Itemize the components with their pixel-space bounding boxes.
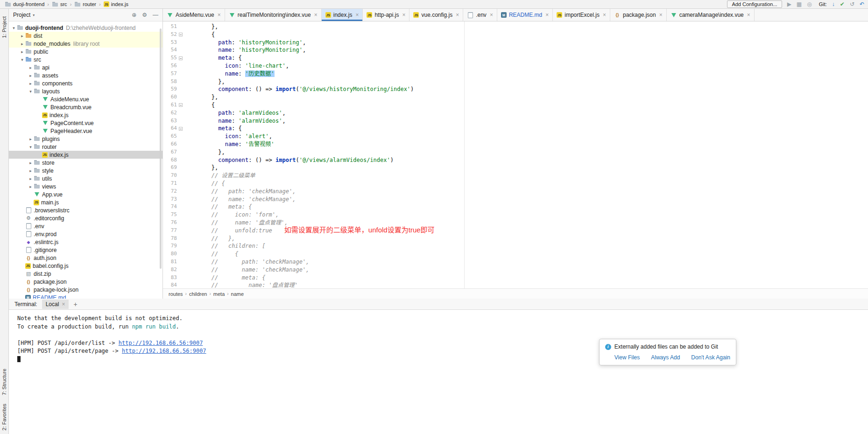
tree-item-gitignore[interactable]: .gitignore xyxy=(9,246,162,254)
tree-item-eslintrc-js[interactable]: ◆.eslintrc.js xyxy=(9,238,162,246)
tree-item-plugins[interactable]: ▸plugins xyxy=(9,135,162,143)
add-configuration-button[interactable]: Add Configuration... xyxy=(727,0,782,8)
tree-item-editorconfig[interactable]: ⚙.editorconfig xyxy=(9,214,162,222)
tree-item-pageheader-vue[interactable]: PageHeader.vue xyxy=(9,127,162,135)
close-icon[interactable]: × xyxy=(747,12,750,18)
stripe-project-button[interactable]: 1: Project xyxy=(1,16,7,38)
tree-item-style[interactable]: ▸style xyxy=(9,167,162,175)
tree-item-babel-config-js[interactable]: JSbabel.config.js xyxy=(9,262,162,270)
tree-item-node-modules[interactable]: ▸node_moduleslibrary root xyxy=(9,40,162,48)
close-icon[interactable]: × xyxy=(545,12,549,18)
terminal-link[interactable]: http://192.168.66.56:9007 xyxy=(119,340,203,346)
tree-item-utils[interactable]: ▸utils xyxy=(9,175,162,182)
tree-item-views[interactable]: ▸views xyxy=(9,182,162,190)
fold-marker[interactable] xyxy=(179,127,183,131)
json-icon: {} xyxy=(614,12,621,18)
terminal-tab-local[interactable]: Local × xyxy=(42,300,69,309)
tree-item-package-lock-json[interactable]: {}package-lock.json xyxy=(9,286,162,294)
notification-action-don-t-ask-again[interactable]: Don't Ask Again xyxy=(691,354,730,361)
code-breadcrumb-children[interactable]: children xyxy=(189,291,207,297)
chevron-right-icon: ▸ xyxy=(28,184,34,189)
tree-item-router[interactable]: ▾router xyxy=(9,143,162,151)
tree-item-assets[interactable]: ▸assets xyxy=(9,71,162,79)
project-tree-scrollbar[interactable] xyxy=(160,28,162,269)
tree-item-index-js[interactable]: JSindex.js xyxy=(9,111,162,119)
tree-item-label: index.js xyxy=(49,152,69,158)
close-icon[interactable]: × xyxy=(456,12,459,18)
git-history-icon[interactable]: ↺ xyxy=(850,1,854,7)
tab-vue-config-js[interactable]: JSvue.config.js× xyxy=(409,9,463,21)
tab-cameramanage-index-vue[interactable]: cameraManage\index.vue× xyxy=(667,9,755,21)
terminal-link[interactable]: http://192.168.66.56:9007 xyxy=(122,348,206,354)
git-commit-icon[interactable]: ✔ xyxy=(840,1,845,7)
breadcrumb-item-index-js[interactable]: JSindex.js xyxy=(103,1,129,7)
tab-importexcel-js[interactable]: JSimportExcel.js× xyxy=(553,9,610,21)
tree-item-index-js[interactable]: JSindex.js xyxy=(9,151,162,159)
profiler-icon[interactable]: ◎ xyxy=(807,1,812,7)
close-icon[interactable]: × xyxy=(603,12,606,18)
tree-item-dist-zip[interactable]: ▧dist.zip xyxy=(9,270,162,278)
git-update-icon[interactable]: ↓ xyxy=(832,1,835,7)
hide-panel-icon[interactable]: — xyxy=(153,12,158,18)
tree-item-pagecontent-vue[interactable]: PageContent.vue xyxy=(9,119,162,127)
close-icon[interactable]: × xyxy=(402,12,405,18)
close-icon[interactable]: × xyxy=(659,12,663,18)
code-breadcrumb-meta[interactable]: meta xyxy=(213,291,225,297)
breadcrumb-item-src[interactable]: src xyxy=(51,1,68,7)
tab-http-api-js[interactable]: JShttp-api.js× xyxy=(363,9,409,21)
project-view-selector[interactable]: Project ▾ xyxy=(13,12,35,18)
fold-marker[interactable] xyxy=(179,33,183,36)
close-icon[interactable]: × xyxy=(62,301,65,308)
gear-icon[interactable]: ⚙ xyxy=(142,12,147,18)
code-breadcrumb-routes[interactable]: routes xyxy=(169,291,183,297)
close-icon[interactable]: × xyxy=(355,12,359,18)
tree-item-public[interactable]: ▸public xyxy=(9,48,162,56)
close-icon[interactable]: × xyxy=(490,12,493,18)
terminal-output[interactable]: Note that the development build is not o… xyxy=(9,310,868,434)
folder-icon xyxy=(74,1,81,7)
tree-item-auth-json[interactable]: {}auth.json xyxy=(9,254,162,262)
tree-item-store[interactable]: ▸store xyxy=(9,159,162,167)
tree-item-components[interactable]: ▸components xyxy=(9,79,162,87)
tree-item-browserslistrc[interactable]: .browserslistrc xyxy=(9,206,162,214)
stripe-structure-button[interactable]: 7: Structure xyxy=(1,369,7,395)
tree-item-src[interactable]: ▾src xyxy=(9,56,162,63)
tab-env[interactable]: .env× xyxy=(463,9,497,21)
fold-marker[interactable] xyxy=(179,56,183,60)
tab-package-json[interactable]: {}package.json× xyxy=(610,9,667,21)
terminal-line xyxy=(17,331,868,339)
new-terminal-button[interactable]: + xyxy=(73,301,77,308)
tree-item-breadcrumb-vue[interactable]: Breadcrumb.vue xyxy=(9,103,162,111)
close-icon[interactable]: × xyxy=(218,12,221,18)
notification-action-always-add[interactable]: Always Add xyxy=(651,354,680,361)
coverage-icon[interactable]: ▦ xyxy=(797,1,802,7)
tree-item-duoji-frontend[interactable]: ▾duoji-frontendD:\zheheWeb\duoji-fronten… xyxy=(9,24,162,32)
tab-realtimemonitoring-index-vue[interactable]: realTimeMonitoring\index.vue× xyxy=(225,9,322,21)
breadcrumb-item-router[interactable]: router xyxy=(73,1,97,7)
stripe-favorites-button[interactable]: 2: Favorites xyxy=(1,404,7,430)
tree-item-asidemenu-vue[interactable]: AsideMenu.vue xyxy=(9,95,162,103)
tree-item-readme-md[interactable]: MREADME.md xyxy=(9,294,162,299)
tab-readme-md[interactable]: MREADME.md× xyxy=(497,9,553,21)
notification-action-view-files[interactable]: View Files xyxy=(614,354,640,361)
tree-item-app-vue[interactable]: App.vue xyxy=(9,190,162,198)
locate-file-icon[interactable]: ⊕ xyxy=(132,12,136,18)
tree-item-label: babel.config.js xyxy=(33,263,69,269)
tree-item-layouts[interactable]: ▾layouts xyxy=(9,87,162,95)
tree-item-main-js[interactable]: JSmain.js xyxy=(9,198,162,206)
tree-item-env-prod[interactable]: .env.prod xyxy=(9,230,162,238)
js-icon: JS xyxy=(25,263,31,269)
code-breadcrumb-name[interactable]: name xyxy=(231,291,244,297)
tab-asidemenu-vue[interactable]: AsideMenu.vue× xyxy=(163,9,225,21)
fold-marker[interactable] xyxy=(179,103,183,107)
close-icon[interactable]: × xyxy=(314,12,318,18)
breadcrumb-item-duoji-frontend[interactable]: duoji-frontend xyxy=(4,1,45,7)
tree-item-package-json[interactable]: {}package.json xyxy=(9,278,162,286)
git-rollback-icon[interactable]: ↶ xyxy=(860,1,864,7)
tab-index-js[interactable]: JSindex.js× xyxy=(322,9,363,21)
tree-item-env[interactable]: .env xyxy=(9,222,162,230)
tree-item-api[interactable]: ▸api xyxy=(9,63,162,71)
editor-surface[interactable]: 51 },52 {53 path: 'historyMonitoring',54… xyxy=(163,21,868,288)
tree-item-dist[interactable]: ▸dist xyxy=(9,32,162,40)
run-icon[interactable]: ▶ xyxy=(787,1,791,7)
